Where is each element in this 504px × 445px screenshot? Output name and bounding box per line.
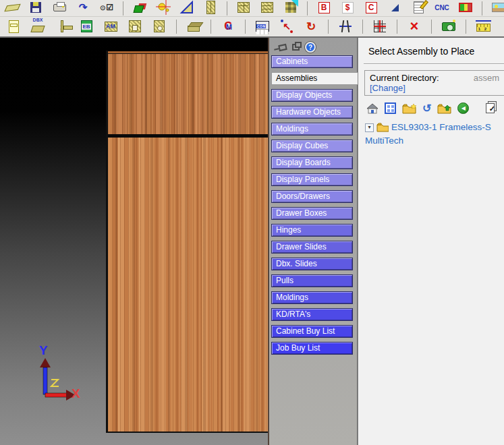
- panel-button-dbx-slides[interactable]: Dbx. Slides: [271, 258, 353, 270]
- rotate-icon[interactable]: ↻: [303, 18, 319, 34]
- panel-button-job-buy-list[interactable]: Job Buy List: [271, 342, 353, 355]
- panel-button-drawer-slides[interactable]: Drawer Slides: [271, 241, 353, 254]
- part-grid-icon[interactable]: [372, 18, 388, 34]
- cabinet-front-icon[interactable]: [5, 18, 22, 34]
- road-grid-icon[interactable]: [337, 18, 354, 34]
- panel-button-doors-drawers[interactable]: Doors/Drawers: [271, 190, 353, 203]
- new-board-icon[interactable]: [4, 0, 20, 16]
- toolbar-separator: [397, 20, 397, 34]
- cnc-icon[interactable]: CNC: [434, 0, 450, 16]
- panel-button-pulls[interactable]: Pulls: [271, 274, 353, 287]
- select-pointer-icon[interactable]: ↖: [279, 18, 295, 34]
- cutlist-icon[interactable]: C: [363, 0, 379, 16]
- wall-section-icon[interactable]: [179, 0, 195, 16]
- main-toolbar: ↷ ⊙☑ B $ C CNC ? DBX ↕ EB AM: [0, 0, 504, 38]
- radius-part-icon[interactable]: [151, 18, 167, 34]
- assembly-manager-icon[interactable]: AM: [103, 18, 119, 34]
- undo-icon[interactable]: ↷: [75, 0, 91, 16]
- toolbar-separator: [307, 1, 308, 16]
- panel-button-hardware-objects[interactable]: Hardware Objects: [271, 106, 353, 119]
- panel-button-drawer-boxes[interactable]: Drawer Boxes: [271, 207, 353, 220]
- texture-swap-icon[interactable]: [283, 0, 299, 16]
- material-block-icon[interactable]: [132, 0, 148, 16]
- options-icon[interactable]: ⊙☑: [99, 0, 115, 16]
- dbx-icon[interactable]: DBX: [30, 18, 46, 34]
- current-directory-label: Current Directory:: [370, 73, 439, 83]
- back-icon[interactable]: ◀: [457, 102, 469, 114]
- popout-window-icon[interactable]: [292, 44, 300, 51]
- current-directory-value: assem: [474, 73, 499, 83]
- render-photo-icon[interactable]: [491, 0, 504, 16]
- face-frame-icon[interactable]: [127, 18, 143, 34]
- cabinet-model[interactable]: [106, 51, 268, 433]
- axis-indicator: Y X: [27, 345, 89, 409]
- save-icon[interactable]: [28, 0, 44, 16]
- panel-button-cabinet-buy-list[interactable]: Cabinet Buy List: [271, 325, 353, 338]
- title-divider: [364, 63, 504, 65]
- multi-select-check-icon[interactable]: ✓: [486, 103, 495, 113]
- grid-view-icon[interactable]: [385, 102, 396, 114]
- toolbar-separator: [245, 20, 246, 34]
- expand-combo-icon[interactable]: ▾: [365, 123, 374, 132]
- refresh-icon[interactable]: ↺: [422, 102, 431, 115]
- assembly-name-line2[interactable]: MultiTech: [365, 134, 496, 148]
- toolbar-row-1: ↷ ⊙☑ B $ C CNC ?: [0, 0, 504, 17]
- toolbar-separator: [482, 1, 482, 16]
- new-folder-icon[interactable]: [402, 103, 416, 114]
- snapshot-icon[interactable]: [441, 18, 457, 34]
- toolbar-separator: [211, 20, 211, 34]
- panel-button-hinges[interactable]: Hinges: [271, 224, 353, 237]
- category-panel-header: ?: [269, 38, 357, 54]
- panel-button-display-objects[interactable]: Display Objects: [271, 89, 353, 102]
- tree-item[interactable]: ▾ ESL9303-1 Frameless-S: [365, 121, 496, 134]
- cabinet-drawer-front[interactable]: [108, 54, 268, 134]
- axis-x-label: X: [72, 386, 80, 401]
- viewport-3d[interactable]: Y X: [0, 38, 268, 445]
- panel-button-cabinets[interactable]: Cabinets: [271, 55, 353, 68]
- panel-button-kd-rtas[interactable]: KD/RTA's: [271, 308, 353, 321]
- plumb-crosshair-icon[interactable]: [155, 0, 171, 16]
- construction-manager-icon[interactable]: CM: [220, 18, 236, 34]
- panel-button-display-cubes[interactable]: Display Cubes: [271, 140, 353, 152]
- category-panel: ? Cabinets Assemblies Display Objects Ha…: [268, 38, 358, 445]
- cabinet-door[interactable]: [108, 138, 268, 432]
- toolbar-separator: [362, 20, 363, 34]
- change-directory-link[interactable]: [Change]: [370, 83, 499, 93]
- toolbar-separator: [328, 20, 329, 34]
- drawer-cabinet-icon[interactable]: [259, 0, 275, 16]
- pricing-icon[interactable]: $: [339, 0, 356, 16]
- home-icon[interactable]: [366, 103, 379, 114]
- current-directory-box: Current Directory: assem [Change]: [364, 70, 504, 96]
- panel-button-display-boards[interactable]: Display Boards: [271, 156, 353, 169]
- panel-title: Select Assembly to Place: [368, 46, 504, 57]
- folder-icon: [376, 123, 389, 132]
- edgeband-icon[interactable]: EB: [78, 18, 94, 34]
- toolbar-separator: [431, 20, 432, 34]
- assembly-name[interactable]: ESL9303-1 Frameless-S: [391, 121, 491, 134]
- shelf-adjust-icon[interactable]: ↕: [54, 18, 70, 34]
- help-circle-icon[interactable]: ?: [305, 42, 316, 53]
- toolbar-separator: [466, 20, 466, 34]
- drafting-icon[interactable]: [387, 0, 403, 16]
- axis-y-label: Y: [39, 343, 48, 358]
- bid-icon[interactable]: B: [316, 0, 332, 16]
- drawer-box-icon[interactable]: [186, 18, 202, 34]
- report-icon[interactable]: [410, 0, 426, 16]
- pin-icon[interactable]: [278, 43, 287, 51]
- control-panel-icon[interactable]: CON: [254, 18, 271, 34]
- tall-cabinet-icon[interactable]: [202, 0, 219, 16]
- floorplan-icon[interactable]: [457, 0, 474, 16]
- panel-button-moldings-2[interactable]: Moldings: [271, 291, 353, 304]
- print-icon[interactable]: [51, 0, 67, 16]
- delete-icon[interactable]: ×: [406, 18, 422, 34]
- assembly-tree: ▾ ESL9303-1 Frameless-S MultiTech: [365, 121, 496, 148]
- panel-button-assemblies[interactable]: Assemblies: [271, 72, 358, 85]
- panel-button-moldings[interactable]: Moldings: [271, 123, 353, 136]
- panel-button-display-panels[interactable]: Display Panels: [271, 173, 353, 186]
- folder-up-icon[interactable]: [437, 103, 451, 114]
- category-button-list: Cabinets Assemblies Display Objects Hard…: [269, 54, 357, 355]
- main-content: Y X ? Cabinets Assemblies Display Object…: [0, 38, 504, 445]
- toolbar-separator: [176, 20, 177, 34]
- base-cabinet-icon[interactable]: [235, 0, 252, 16]
- measure-icon[interactable]: 1 2: [475, 18, 491, 34]
